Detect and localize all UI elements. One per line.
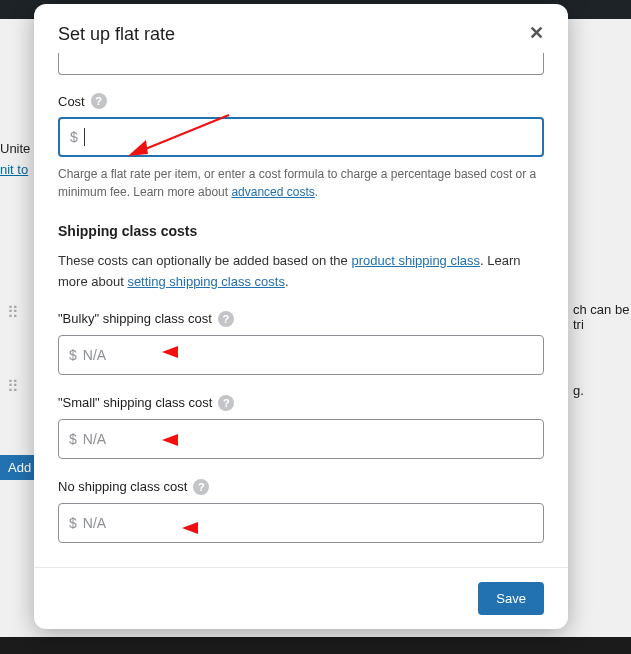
cost-input[interactable]: $ — [58, 117, 544, 157]
bulky-class-label: "Bulky" shipping class cost ? — [58, 311, 544, 327]
cost-label: Cost ? — [58, 93, 544, 109]
shipping-class-description: These costs can optionally be added base… — [58, 251, 544, 293]
bulky-class-group: "Bulky" shipping class cost ? $ — [58, 311, 544, 375]
help-icon[interactable]: ? — [218, 395, 234, 411]
bg-fragment: Unite — [0, 141, 30, 156]
small-class-group: "Small" shipping class cost ? $ — [58, 395, 544, 459]
no-class-text-field[interactable] — [83, 515, 533, 531]
help-icon[interactable]: ? — [218, 311, 234, 327]
bulky-class-input[interactable]: $ — [58, 335, 544, 375]
desc-p1: These costs can optionally be added base… — [58, 253, 351, 268]
bg-link-fragment[interactable]: nit to — [0, 162, 28, 177]
cost-help-suffix: . — [315, 185, 318, 199]
no-class-group: No shipping class cost ? $ — [58, 479, 544, 543]
bg-fragment: ch can be tri — [573, 302, 631, 332]
small-class-label: "Small" shipping class cost ? — [58, 395, 544, 411]
help-icon[interactable]: ? — [91, 93, 107, 109]
no-class-label-text: No shipping class cost — [58, 479, 187, 494]
cost-label-text: Cost — [58, 94, 85, 109]
currency-symbol: $ — [69, 515, 77, 531]
save-button[interactable]: Save — [478, 582, 544, 615]
cost-text-field[interactable] — [85, 129, 532, 145]
small-class-input[interactable]: $ — [58, 419, 544, 459]
modal-body: Cost ? $ Charge a flat rate per item, or… — [34, 53, 568, 567]
currency-symbol: $ — [69, 347, 77, 363]
advanced-costs-link[interactable]: advanced costs — [231, 185, 314, 199]
currency-symbol: $ — [70, 129, 78, 145]
modal-title: Set up flat rate — [58, 24, 175, 45]
flat-rate-modal: Set up flat rate ✕ Cost ? $ Charge a fla… — [34, 4, 568, 629]
shipping-class-heading: Shipping class costs — [58, 223, 544, 239]
product-shipping-class-link[interactable]: product shipping class — [351, 253, 480, 268]
small-text-field[interactable] — [83, 431, 533, 447]
drag-handle-icon[interactable]: ⠿ — [7, 310, 17, 315]
small-label-text: "Small" shipping class cost — [58, 395, 212, 410]
drag-handle-icon[interactable]: ⠿ — [7, 384, 17, 389]
help-icon[interactable]: ? — [193, 479, 209, 495]
no-class-input[interactable]: $ — [58, 503, 544, 543]
bulky-label-text: "Bulky" shipping class cost — [58, 311, 212, 326]
previous-input-partial[interactable] — [58, 53, 544, 75]
setting-shipping-class-costs-link[interactable]: setting shipping class costs — [127, 274, 285, 289]
modal-header: Set up flat rate ✕ — [34, 4, 568, 53]
no-class-label: No shipping class cost ? — [58, 479, 544, 495]
bg-fragment: g. — [573, 383, 584, 398]
close-button[interactable]: ✕ — [529, 24, 544, 42]
desc-p3: . — [285, 274, 289, 289]
cost-help-text: Charge a flat rate per item, or enter a … — [58, 165, 544, 201]
currency-symbol: $ — [69, 431, 77, 447]
bulky-text-field[interactable] — [83, 347, 533, 363]
modal-footer: Save — [34, 567, 568, 629]
